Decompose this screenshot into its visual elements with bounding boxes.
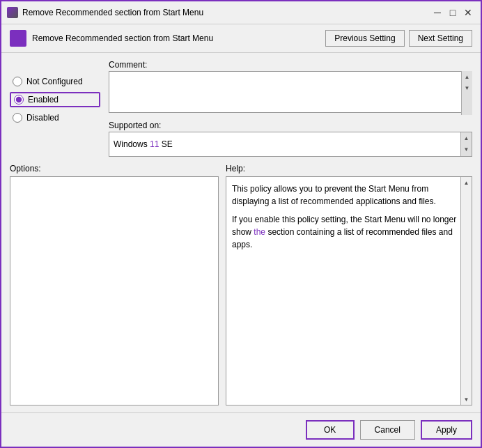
enabled-radio[interactable] <box>14 95 24 105</box>
supported-scroll-up[interactable]: ▲ <box>461 132 472 144</box>
scroll-down-arrow[interactable]: ▼ <box>462 82 473 93</box>
header-bar: Remove Recommended section from Start Me… <box>1 24 481 53</box>
help-p2-highlight: the <box>254 227 265 237</box>
cancel-button[interactable]: Cancel <box>360 420 415 440</box>
window-title: Remove Recommended section from Start Me… <box>22 8 203 17</box>
title-bar: Remove Recommended section from Start Me… <box>1 1 481 24</box>
help-content-box: This policy allows you to prevent the St… <box>226 176 472 405</box>
next-setting-button[interactable]: Next Setting <box>409 30 472 47</box>
help-text: This policy allows you to prevent the St… <box>226 177 472 262</box>
maximize-button[interactable]: □ <box>446 6 460 20</box>
close-button[interactable]: ✕ <box>461 6 475 20</box>
title-bar-left: Remove Recommended section from Start Me… <box>7 7 203 18</box>
help-scroll-up[interactable]: ▲ <box>461 177 472 188</box>
footer: OK Cancel Apply <box>1 412 481 447</box>
policy-icon <box>10 30 26 47</box>
header-title: Remove Recommended section from Start Me… <box>32 33 213 43</box>
comment-scrollbar: ▲ ▼ <box>461 71 472 115</box>
supported-section: Supported on: Windows 11 SE ▲ ▼ <box>109 121 472 157</box>
ok-button[interactable]: OK <box>306 420 355 440</box>
comment-input-wrap: ▲ ▼ <box>109 71 472 115</box>
header-left: Remove Recommended section from Start Me… <box>10 30 213 47</box>
options-column: Options: <box>10 164 219 405</box>
title-buttons: ─ □ ✕ <box>430 6 475 20</box>
previous-setting-button[interactable]: Previous Setting <box>325 30 404 47</box>
help-paragraph-2: If you enable this policy setting, the S… <box>232 213 458 251</box>
disabled-option[interactable]: Disabled <box>10 111 100 124</box>
help-scrollbar: ▲ ▼ <box>460 177 472 405</box>
minimize-button[interactable]: ─ <box>430 6 444 20</box>
comment-input[interactable] <box>109 71 472 113</box>
enabled-option[interactable]: Enabled <box>10 92 100 107</box>
options-box <box>10 176 219 405</box>
top-section: Not Configured Enabled Disabled Comment: <box>10 60 472 157</box>
not-configured-label: Not Configured <box>26 77 83 86</box>
help-label: Help: <box>226 164 472 173</box>
enabled-label: Enabled <box>28 95 59 105</box>
help-p2-suffix: section containing a list of recommended… <box>232 227 453 249</box>
supported-label: Supported on: <box>109 121 472 130</box>
not-configured-radio[interactable] <box>13 77 22 86</box>
options-label: Options: <box>10 164 219 173</box>
comment-label: Comment: <box>109 60 472 70</box>
comment-section: Comment: ▲ ▼ <box>109 60 472 115</box>
supported-highlight: 11 <box>150 139 159 149</box>
header-buttons: Previous Setting Next Setting <box>325 30 472 47</box>
help-column: Help: This policy allows you to prevent … <box>226 164 472 405</box>
right-column: Comment: ▲ ▼ Supported on: Windows 11 SE <box>109 60 472 157</box>
window-icon <box>7 7 18 18</box>
supported-suffix: SE <box>159 139 172 149</box>
radio-column: Not Configured Enabled Disabled <box>10 60 100 157</box>
policy-window: Remove Recommended section from Start Me… <box>0 0 482 448</box>
disabled-label: Disabled <box>26 113 59 123</box>
supported-value: Windows 11 SE <box>114 139 173 149</box>
supported-scroll-down[interactable]: ▼ <box>461 144 472 155</box>
apply-button[interactable]: Apply <box>421 420 472 440</box>
not-configured-option[interactable]: Not Configured <box>10 75 100 88</box>
help-scroll-down[interactable]: ▼ <box>461 394 472 405</box>
scroll-up-arrow[interactable]: ▲ <box>462 71 473 82</box>
options-help-row: Options: Help: This policy allows you to… <box>10 164 472 405</box>
content-area: Not Configured Enabled Disabled Comment: <box>1 53 481 412</box>
help-paragraph-1: This policy allows you to prevent the St… <box>232 183 458 208</box>
supported-prefix: Windows <box>114 139 150 149</box>
disabled-radio[interactable] <box>13 113 22 123</box>
supported-value-box: Windows 11 SE ▲ ▼ <box>109 132 472 157</box>
supported-scrollbar: ▲ ▼ <box>460 132 472 156</box>
